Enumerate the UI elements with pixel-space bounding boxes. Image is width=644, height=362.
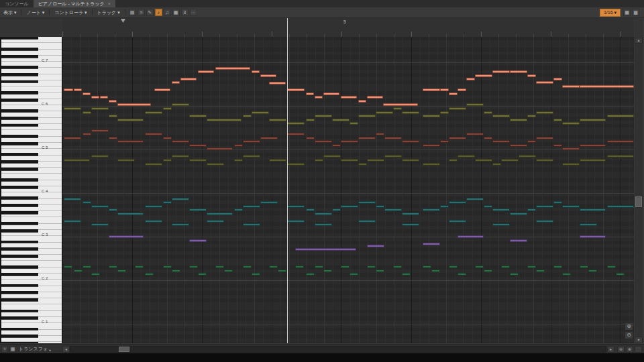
midi-note[interactable]	[198, 273, 207, 276]
midi-note[interactable]	[423, 144, 440, 147]
midi-note[interactable]	[458, 88, 466, 91]
piano-key-black[interactable]	[1, 160, 38, 163]
snap-grid-icon[interactable]: ▦	[623, 9, 631, 16]
zoom-out-horizontal-button[interactable]: ⊖	[617, 346, 625, 353]
midi-note[interactable]	[287, 205, 305, 208]
midi-note[interactable]	[215, 67, 250, 70]
note-grid[interactable]	[62, 37, 634, 343]
midi-note[interactable]	[145, 220, 162, 223]
midi-note[interactable]	[492, 115, 510, 117]
midi-note[interactable]	[234, 208, 243, 211]
piano-key-black[interactable]	[1, 247, 38, 250]
loop-marker[interactable]	[121, 19, 125, 23]
midi-note[interactable]	[341, 205, 358, 208]
midi-note[interactable]	[260, 137, 278, 139]
midi-note[interactable]	[64, 198, 81, 200]
midi-note[interactable]	[536, 111, 553, 114]
grid-tool-icon[interactable]: ▦	[172, 9, 180, 16]
midi-note[interactable]	[358, 115, 376, 117]
midi-note[interactable]	[527, 115, 536, 117]
midi-note[interactable]	[367, 96, 383, 99]
midi-note[interactable]	[224, 269, 233, 272]
midi-note[interactable]	[484, 269, 492, 272]
midi-note[interactable]	[64, 220, 81, 223]
horizontal-scrollbar-track[interactable]	[70, 346, 606, 353]
tab-close-icon[interactable]: ×	[108, 1, 111, 6]
midi-note[interactable]	[492, 223, 510, 226]
piano-key-black[interactable]	[1, 48, 38, 50]
view-grid-button[interactable]: ▦	[9, 346, 16, 353]
midi-note[interactable]	[402, 213, 419, 215]
zoom-in-vertical-button[interactable]: ⊕	[625, 322, 633, 330]
midi-note[interactable]	[402, 111, 419, 114]
midi-note[interactable]	[243, 155, 260, 158]
midi-note[interactable]	[510, 273, 519, 276]
midi-note[interactable]	[475, 159, 492, 162]
midi-note[interactable]	[341, 140, 358, 143]
midi-note[interactable]	[562, 85, 580, 88]
piano-key-black[interactable]	[1, 310, 38, 312]
midi-note[interactable]	[402, 159, 419, 162]
midi-note[interactable]	[163, 107, 172, 110]
midi-note[interactable]	[109, 265, 117, 268]
midi-note[interactable]	[562, 122, 580, 125]
midi-note[interactable]	[91, 205, 109, 208]
midi-note[interactable]	[64, 107, 81, 110]
midi-note[interactable]	[350, 122, 358, 125]
midi-note[interactable]	[163, 137, 172, 139]
toolbar-menu-3[interactable]: トラック ▾	[94, 9, 123, 16]
midi-note[interactable]	[306, 208, 315, 211]
midi-note[interactable]	[423, 243, 440, 245]
midi-note[interactable]	[367, 159, 384, 162]
midi-note[interactable]	[91, 107, 109, 110]
scroll-left-arrow[interactable]: ◂	[62, 346, 70, 353]
midi-note[interactable]	[384, 137, 402, 139]
midi-note[interactable]	[501, 265, 510, 268]
midi-note[interactable]	[527, 74, 536, 77]
snap-resolution-button[interactable]: 1/16 ▾	[600, 9, 621, 17]
midi-note[interactable]	[358, 201, 376, 204]
midi-note[interactable]	[484, 111, 492, 114]
midi-note[interactable]	[367, 265, 376, 268]
midi-note[interactable]	[376, 133, 384, 135]
midi-note[interactable]	[553, 119, 562, 121]
midi-note[interactable]	[580, 159, 606, 162]
midi-note[interactable]	[64, 137, 81, 139]
midi-note[interactable]	[91, 273, 100, 276]
midi-note[interactable]	[163, 159, 172, 162]
midi-note[interactable]	[527, 265, 536, 268]
midi-note[interactable]	[117, 159, 135, 162]
midi-note[interactable]	[287, 122, 305, 125]
midi-note[interactable]	[466, 78, 475, 80]
midi-note[interactable]	[172, 140, 189, 143]
midi-note[interactable]	[109, 137, 117, 139]
piano-key-black[interactable]	[1, 222, 38, 225]
midi-note[interactable]	[100, 96, 108, 99]
midi-note[interactable]	[189, 239, 207, 242]
midi-note[interactable]	[315, 140, 332, 143]
midi-note[interactable]	[402, 140, 419, 143]
time-ruler[interactable]: 5	[62, 18, 634, 38]
midi-note[interactable]	[607, 140, 634, 143]
midi-note[interactable]	[287, 88, 305, 91]
midi-note[interactable]	[376, 205, 384, 208]
midi-note[interactable]	[536, 159, 553, 162]
midi-note[interactable]	[367, 245, 384, 247]
midi-note[interactable]	[607, 205, 634, 208]
midi-note[interactable]	[510, 144, 527, 147]
midi-note[interactable]	[295, 248, 356, 251]
midi-note[interactable]	[350, 273, 358, 276]
midi-note[interactable]	[607, 155, 634, 158]
midi-note[interactable]	[580, 85, 634, 88]
lines-tool-icon[interactable]: ≡	[138, 9, 145, 16]
midi-note[interactable]	[83, 133, 91, 135]
collapse-arrow-icon[interactable]: ▴	[49, 347, 51, 352]
midi-note[interactable]	[466, 198, 484, 200]
midi-note[interactable]	[341, 159, 358, 162]
midi-note[interactable]	[315, 213, 332, 215]
midi-note[interactable]	[83, 93, 91, 95]
midi-note[interactable]	[616, 273, 625, 276]
horizontal-scrollbar-thumb[interactable]	[119, 347, 129, 352]
piano-key-black[interactable]	[1, 124, 38, 127]
midi-note[interactable]	[393, 107, 402, 110]
